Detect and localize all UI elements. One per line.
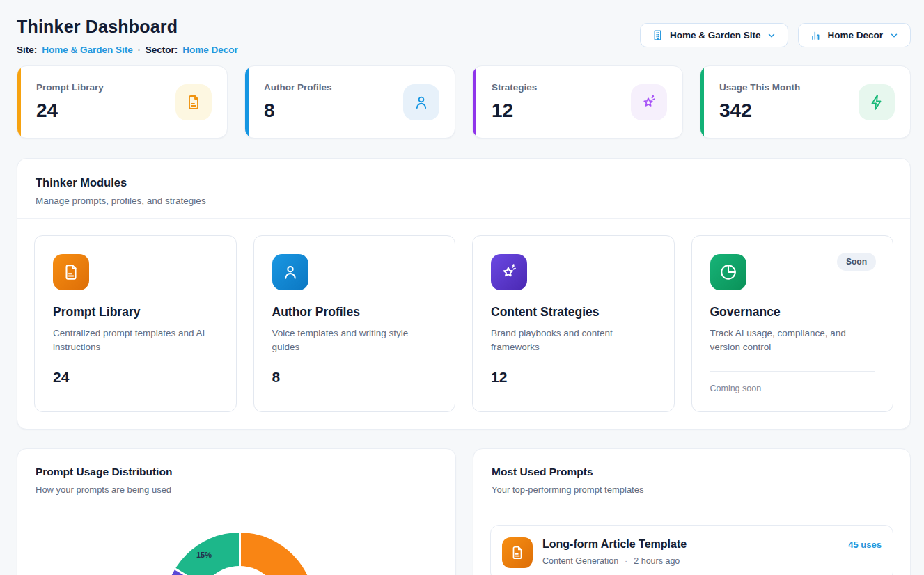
sector-selector-button[interactable]: Home Decor [798, 23, 911, 47]
document-icon [53, 254, 89, 290]
usage-chart-area: 15% [17, 507, 455, 575]
star-sparkle-icon [631, 84, 667, 120]
module-title: Content Strategies [491, 305, 656, 320]
stat-label: Prompt Library [36, 82, 104, 93]
accent-bar [473, 66, 476, 138]
usage-panel-header: Prompt Usage Distribution How your promp… [17, 449, 455, 507]
prompt-meta: Content Generation · 2 hours ago [542, 556, 838, 566]
prompts-panel-title: Most Used Prompts [492, 466, 892, 478]
site-label: Site: [17, 45, 37, 55]
modules-grid: Prompt Library Centralized prompt templa… [17, 219, 910, 429]
stat-card-author-profiles[interactable]: Author Profiles 8 [244, 65, 455, 139]
document-icon [175, 84, 212, 120]
chevron-down-icon [767, 31, 776, 40]
module-description: Brand playbooks and content frameworks [491, 326, 656, 355]
prompt-title: Long-form Article Template [542, 538, 838, 551]
usage-panel-title: Prompt Usage Distribution [36, 466, 437, 478]
pie-chart-icon [710, 254, 746, 290]
module-description: Track AI usage, compliance, and version … [710, 326, 875, 355]
sector-label: Sector: [146, 45, 178, 55]
site-link[interactable]: Home & Garden Site [42, 45, 133, 55]
modules-panel-title: Thinker Modules [36, 176, 892, 189]
accent-bar [700, 66, 704, 138]
stat-label: Usage This Month [719, 82, 800, 93]
usage-donut: 15% [164, 533, 315, 575]
sector-link[interactable]: Home Decor [182, 45, 238, 55]
stat-value: 24 [36, 100, 104, 122]
header-selectors: Home & Garden Site Home Decor [640, 23, 911, 47]
thinker-modules-panel: Thinker Modules Manage prompts, profiles… [17, 158, 911, 430]
site-selector-button[interactable]: Home & Garden Site [640, 23, 789, 47]
prompt-time: 2 hours ago [634, 556, 680, 566]
bar-chart-icon [810, 30, 821, 41]
accent-bar [17, 66, 21, 138]
most-used-prompts-panel: Most Used Prompts Your top-performing pr… [473, 448, 911, 575]
page-title: Thinker Dashboard [17, 17, 238, 37]
stat-value: 12 [492, 100, 537, 122]
chevron-down-icon [889, 31, 899, 40]
module-title: Author Profiles [272, 305, 437, 320]
header-left: Thinker Dashboard Site: Home & Garden Si… [17, 17, 238, 55]
prompt-list: Long-form Article Template Content Gener… [473, 507, 910, 575]
module-card-prompt-library[interactable]: Prompt Library Centralized prompt templa… [34, 235, 237, 412]
dashboard-page: Thinker Dashboard Site: Home & Garden Si… [17, 0, 911, 575]
prompts-panel-header: Most Used Prompts Your top-performing pr… [473, 449, 910, 507]
accent-bar [245, 66, 249, 138]
prompt-category: Content Generation [542, 556, 618, 566]
module-count: 24 [53, 369, 218, 386]
star-sparkle-icon [491, 254, 527, 290]
modules-panel-subtitle: Manage prompts, profiles, and strategies [36, 196, 892, 206]
stat-card-strategies[interactable]: Strategies 12 [472, 65, 683, 139]
soon-badge: Soon [837, 253, 876, 271]
bolt-icon [859, 84, 895, 120]
user-icon [272, 254, 308, 290]
module-description: Voice templates and writing style guides [272, 326, 437, 355]
slice-label-green: 15% [196, 551, 212, 559]
stat-value: 8 [264, 100, 332, 122]
module-footnote: Coming soon [710, 384, 875, 393]
stat-card-usage[interactable]: Usage This Month 342 [700, 65, 911, 139]
stat-label: Author Profiles [264, 82, 332, 93]
donut-hole [198, 566, 281, 575]
usage-distribution-panel: Prompt Usage Distribution How your promp… [17, 448, 456, 575]
module-card-author-profiles[interactable]: Author Profiles Voice templates and writ… [253, 235, 456, 412]
bottom-row: Prompt Usage Distribution How your promp… [17, 448, 911, 575]
divider [710, 371, 875, 372]
prompt-list-item[interactable]: Long-form Article Template Content Gener… [490, 525, 893, 575]
module-description: Centralized prompt templates and AI inst… [53, 326, 218, 355]
module-title: Prompt Library [53, 305, 218, 320]
prompt-uses-badge: 45 uses [848, 539, 882, 550]
meta-dot: · [625, 556, 627, 566]
modules-panel-header: Thinker Modules Manage prompts, profiles… [17, 159, 910, 218]
page-header: Thinker Dashboard Site: Home & Garden Si… [17, 0, 911, 55]
module-count: 8 [272, 369, 437, 386]
module-count: 12 [491, 369, 656, 386]
module-title: Governance [710, 305, 875, 320]
user-icon [403, 84, 439, 120]
usage-panel-subtitle: How your prompts are being used [36, 485, 437, 495]
site-selector-label: Home & Garden Site [670, 30, 761, 40]
stat-card-prompt-library[interactable]: Prompt Library 24 [17, 65, 228, 139]
breadcrumb-dot: · [138, 45, 141, 55]
module-card-content-strategies[interactable]: Content Strategies Brand playbooks and c… [472, 235, 675, 412]
stat-label: Strategies [492, 82, 537, 93]
prompts-panel-subtitle: Your top-performing prompt templates [492, 485, 892, 495]
stat-value: 342 [719, 100, 800, 122]
building-icon [652, 29, 664, 41]
sector-selector-label: Home Decor [827, 30, 883, 40]
stat-cards-row: Prompt Library 24 Author Profiles 8 [17, 65, 911, 139]
module-card-governance[interactable]: Soon Governance Track AI usage, complian… [691, 235, 894, 412]
document-icon [502, 537, 533, 568]
breadcrumb: Site: Home & Garden Site · Sector: Home … [17, 45, 238, 55]
